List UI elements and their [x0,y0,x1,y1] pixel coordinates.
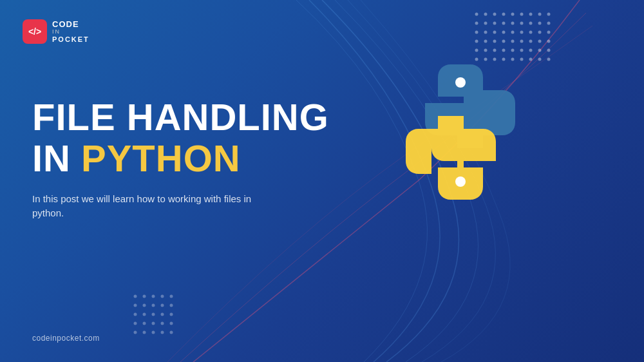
title-python: PYTHON [81,138,241,179]
title-line2: IN PYTHON [32,138,329,179]
python-logo-graphic [406,64,515,200]
svg-point-49 [511,58,515,61]
svg-point-54 [134,295,137,298]
svg-point-27 [475,40,478,43]
svg-point-48 [502,58,506,61]
svg-point-20 [493,31,497,34]
svg-point-40 [511,49,515,52]
svg-point-2 [493,13,497,16]
svg-point-63 [170,304,173,307]
svg-point-72 [161,322,164,325]
svg-point-68 [170,313,173,316]
title-in: IN [32,138,71,179]
svg-point-28 [484,40,488,43]
svg-point-74 [134,331,137,334]
svg-point-46 [484,58,488,61]
svg-point-76 [152,331,155,334]
svg-point-38 [493,49,497,52]
logo-code-symbol: </> [28,26,41,37]
svg-point-41 [520,49,524,52]
title-line1: FILE HANDLING [32,97,329,138]
svg-point-8 [547,13,551,16]
svg-point-75 [143,331,146,334]
svg-point-71 [152,322,155,325]
svg-point-53 [547,58,551,61]
svg-point-42 [529,49,533,52]
logo-icon: </> [23,19,47,44]
svg-point-26 [547,31,551,34]
svg-point-14 [520,22,524,25]
svg-point-22 [511,31,515,34]
logo-container: </> CODE IN POCKET [23,19,90,44]
svg-point-52 [538,58,542,61]
svg-point-64 [134,313,137,316]
svg-point-70 [143,322,146,325]
svg-point-11 [493,22,497,25]
svg-point-61 [152,304,155,307]
svg-point-15 [529,22,533,25]
svg-point-39 [502,49,506,52]
svg-point-51 [529,58,533,61]
svg-point-77 [161,331,164,334]
website-url: codeinpocket.com [32,334,100,343]
svg-point-73 [170,322,173,325]
svg-point-23 [520,31,524,34]
svg-point-21 [502,31,506,34]
svg-point-10 [484,22,488,25]
main-title: FILE HANDLING IN PYTHON [32,97,329,179]
svg-point-16 [538,22,542,25]
svg-point-30 [502,40,506,43]
background: </> CODE IN POCKET FILE HANDLING IN PYTH… [0,0,644,362]
svg-point-50 [520,58,524,61]
svg-point-80 [455,176,466,187]
logo-text-pocket: POCKET [52,35,90,43]
svg-point-33 [529,40,533,43]
svg-point-58 [170,295,173,298]
svg-point-4 [511,13,515,16]
svg-point-7 [538,13,542,16]
description-text: In this post we will learn how to workin… [32,192,264,221]
svg-point-37 [484,49,488,52]
svg-point-78 [170,331,173,334]
main-content: FILE HANDLING IN PYTHON In this post we … [32,97,329,221]
svg-point-31 [511,40,515,43]
svg-point-12 [502,22,506,25]
svg-point-5 [520,13,524,16]
svg-point-62 [161,304,164,307]
svg-point-55 [143,295,146,298]
svg-point-19 [484,31,488,34]
svg-point-29 [493,40,497,43]
svg-point-0 [475,13,478,16]
svg-point-9 [475,22,478,25]
svg-point-34 [538,40,542,43]
svg-point-25 [538,31,542,34]
svg-point-60 [143,304,146,307]
svg-point-17 [547,22,551,25]
svg-point-47 [493,58,497,61]
svg-point-57 [161,295,164,298]
svg-point-43 [538,49,542,52]
svg-point-3 [502,13,506,16]
logo-text-container: CODE IN POCKET [52,20,90,43]
svg-point-44 [547,49,551,52]
svg-point-18 [475,31,478,34]
svg-point-56 [152,295,155,298]
svg-point-65 [143,313,146,316]
svg-point-67 [161,313,164,316]
svg-point-66 [152,313,155,316]
svg-point-79 [455,77,466,88]
svg-point-1 [484,13,488,16]
svg-point-32 [520,40,524,43]
logo-text-code: CODE [52,20,90,29]
svg-point-36 [475,49,478,52]
svg-point-45 [475,58,478,61]
logo-text-in: IN [52,29,61,35]
svg-point-59 [134,304,137,307]
svg-point-69 [134,322,137,325]
svg-point-35 [547,40,551,43]
svg-point-13 [511,22,515,25]
svg-point-6 [529,13,533,16]
svg-point-24 [529,31,533,34]
